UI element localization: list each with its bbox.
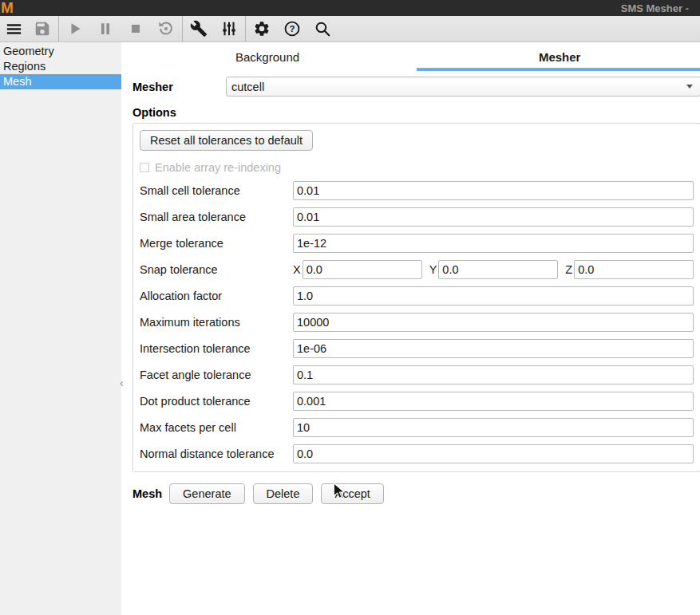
tab-background[interactable]: Background — [121, 42, 413, 71]
mesher-panel: Mesher cutcell Options Reset all toleran… — [121, 71, 700, 504]
allocation-factor-input[interactable] — [293, 286, 694, 306]
field-row-merge-tolerance: Merge tolerance — [140, 230, 694, 256]
small-cell-tolerance-input[interactable] — [293, 181, 694, 200]
field-label: Max facets per cell — [140, 421, 293, 434]
sliders-icon — [220, 20, 238, 37]
normal-distance-tolerance-input[interactable] — [293, 444, 694, 463]
field-label: Intersection tolerance — [140, 342, 293, 355]
array-reindexing-label: Enable array re-indexing — [155, 161, 281, 174]
wrench-icon — [190, 20, 208, 37]
options-fields: Small cell toleranceSmall area tolerance… — [140, 177, 694, 467]
field-label: Small area tolerance — [140, 211, 293, 223]
axis-label-x: X — [293, 263, 301, 276]
mesh-actions-row: Mesh GenerateDeleteAccept — [132, 483, 700, 504]
max-facets-per-cell-input[interactable] — [293, 418, 694, 437]
field-label: Snap tolerance — [140, 263, 293, 276]
field-row-facet-angle-tolerance: Facet angle tolerance — [140, 361, 694, 388]
array-reindexing-checkbox — [140, 163, 149, 172]
gear-icon — [253, 20, 271, 37]
save-button — [27, 16, 57, 41]
dot-product-tolerance-input[interactable] — [293, 392, 694, 411]
window-titlebar: M SMS Mesher - — [0, 0, 700, 16]
mesher-select-row: Mesher cutcell — [132, 77, 700, 97]
field-row-normal-distance-tolerance: Normal distance tolerance — [140, 440, 694, 467]
facet-angle-tolerance-input[interactable] — [293, 365, 694, 384]
pause-icon — [97, 20, 114, 37]
snap-tolerance-x-input[interactable] — [303, 260, 422, 279]
toolbar-separator — [182, 16, 183, 41]
chevron-down-icon — [686, 85, 693, 89]
help-icon: ? — [283, 20, 301, 37]
window-title: SMS Mesher - — [621, 2, 689, 14]
xyz-inputs: XYZ — [293, 260, 694, 279]
maximum-iterations-input[interactable] — [293, 313, 694, 332]
snap-tolerance-y-input[interactable] — [438, 260, 558, 279]
field-label: Merge tolerance — [140, 237, 293, 250]
axis-label-z: Z — [565, 263, 572, 276]
mesher-select-label: Mesher — [132, 81, 226, 93]
field-label: Allocation factor — [140, 290, 293, 302]
merge-tolerance-input[interactable] — [293, 234, 694, 253]
reset-tolerances-button[interactable]: Reset all tolerances to default — [140, 130, 313, 151]
field-row-small-area-tolerance: Small area tolerance — [140, 203, 694, 230]
mesher-combobox-value: cutcell — [231, 81, 264, 93]
history-button — [151, 16, 181, 41]
pause-button — [90, 16, 121, 41]
sidebar-item-mesh[interactable]: Mesh — [0, 74, 121, 89]
field-label: Small cell tolerance — [140, 184, 293, 197]
axis-label-y: Y — [429, 263, 437, 276]
tab-bar: BackgroundMesher — [121, 42, 700, 71]
field-row-max-facets-per-cell: Max facets per cell — [140, 414, 694, 440]
mesh-actions-label: Mesh — [132, 487, 162, 500]
play-icon — [66, 20, 84, 37]
menu-button[interactable] — [0, 16, 27, 41]
field-label: Facet angle tolerance — [140, 369, 293, 381]
sliders-button[interactable] — [214, 16, 244, 41]
active-tab-underline — [417, 68, 700, 71]
search-icon — [314, 20, 331, 37]
snap-tolerance-z-input[interactable] — [574, 260, 694, 279]
help-button[interactable]: ? — [277, 16, 307, 41]
gear-button[interactable] — [247, 16, 277, 41]
sidebar-tree: GeometryRegionsMesh — [0, 42, 121, 615]
field-row-maximum-iterations: Maximum iterations — [140, 309, 694, 335]
options-heading: Options — [132, 106, 700, 119]
search-button[interactable] — [307, 16, 338, 41]
main-panel: BackgroundMesher Mesher cutcell Options … — [121, 42, 700, 615]
tab-mesher[interactable]: Mesher — [413, 42, 700, 71]
field-label: Normal distance tolerance — [140, 447, 293, 460]
generate-button[interactable]: Generate — [169, 483, 244, 504]
main-layout: GeometryRegionsMesh BackgroundMesher Mes… — [0, 42, 700, 615]
play-button — [60, 16, 90, 41]
splitter-collapse-icon[interactable]: ‹ — [120, 376, 124, 389]
toolbar-separator — [245, 16, 246, 41]
sidebar-item-regions[interactable]: Regions — [0, 59, 121, 74]
intersection-tolerance-input[interactable] — [293, 339, 694, 358]
field-label: Maximum iterations — [140, 316, 293, 329]
menu-icon — [5, 20, 23, 38]
field-row-dot-product-tolerance: Dot product tolerance — [140, 388, 694, 414]
field-row-allocation-factor: Allocation factor — [140, 282, 694, 309]
wrench-button[interactable] — [184, 16, 214, 41]
field-label: Dot product tolerance — [140, 395, 293, 408]
stop-icon — [127, 20, 144, 37]
field-row-snap-tolerance: Snap toleranceXYZ — [140, 256, 694, 282]
save-icon — [34, 20, 51, 37]
stop-button — [121, 16, 151, 41]
delete-button[interactable]: Delete — [253, 483, 314, 504]
small-area-tolerance-input[interactable] — [293, 207, 694, 227]
options-groupbox: Reset all tolerances to default Enable a… — [132, 123, 700, 472]
field-row-intersection-tolerance: Intersection tolerance — [140, 335, 694, 361]
accept-button[interactable]: Accept — [321, 483, 383, 504]
array-reindexing-row: Enable array re-indexing — [140, 161, 694, 174]
toolbar-separator — [58, 16, 59, 41]
svg-text:?: ? — [290, 24, 295, 34]
toolbar: ? — [0, 16, 700, 42]
app-logo: M — [0, 1, 21, 15]
field-row-small-cell-tolerance: Small cell tolerance — [140, 177, 694, 203]
mesher-combobox[interactable]: cutcell — [226, 77, 700, 97]
history-icon — [157, 20, 175, 37]
sidebar-item-geometry[interactable]: Geometry — [0, 44, 121, 59]
